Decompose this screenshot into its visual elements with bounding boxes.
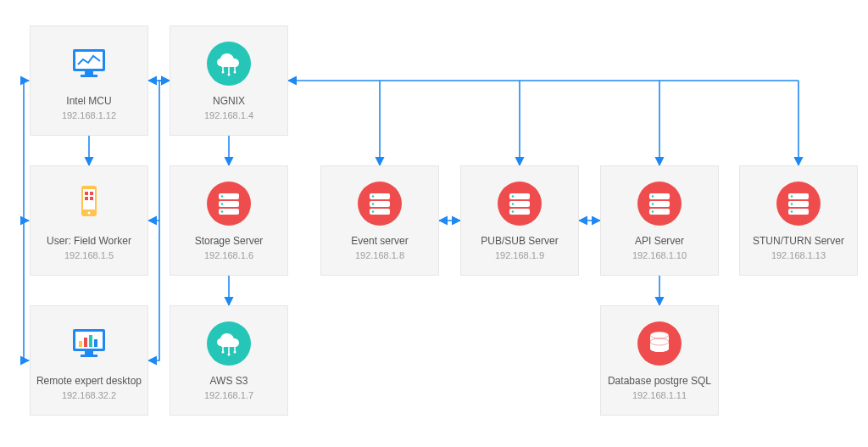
svg-point-59: [372, 196, 374, 198]
node-intel-mcu[interactable]: Intel MCU 192.168.1.12: [30, 25, 148, 136]
svg-point-82: [791, 211, 793, 213]
node-stun-server[interactable]: STUN/TURN Server 192.168.1.13: [739, 165, 858, 276]
node-title: Database postgre SQL: [603, 375, 716, 388]
node-nginx[interactable]: NGNIX 192.168.1.4: [170, 25, 288, 136]
database-icon: [637, 321, 682, 366]
node-field-worker[interactable]: User: Field Worker 192.168.1.5: [30, 165, 148, 276]
node-ip: 192.168.1.10: [632, 250, 687, 260]
svg-rect-18: [81, 75, 97, 77]
svg-point-24: [228, 74, 231, 76]
svg-rect-42: [79, 341, 82, 347]
server-icon: [357, 181, 403, 226]
server-icon: [776, 181, 821, 226]
svg-point-61: [372, 211, 374, 213]
cloud-icon: [206, 41, 252, 87]
svg-point-32: [88, 212, 91, 215]
svg-rect-45: [94, 339, 97, 347]
svg-rect-30: [85, 197, 88, 200]
svg-point-86: [650, 345, 669, 352]
node-title: API Server: [630, 235, 689, 249]
svg-rect-46: [85, 351, 93, 355]
svg-rect-47: [81, 355, 97, 357]
svg-rect-31: [90, 197, 93, 200]
node-aws-s3[interactable]: AWS S3 192.168.1.7: [170, 305, 288, 416]
svg-rect-44: [89, 335, 92, 347]
node-ip: 192.168.1.6: [204, 250, 253, 260]
svg-point-37: [221, 196, 223, 198]
svg-point-39: [221, 211, 223, 213]
node-title: Event server: [346, 235, 413, 249]
svg-point-80: [791, 196, 793, 198]
svg-point-75: [652, 211, 654, 213]
node-pubsub-server[interactable]: PUB/SUB Server 192.168.1.9: [460, 165, 579, 276]
node-event-server[interactable]: Event server 192.168.1.8: [320, 165, 439, 276]
node-ip: 192.168.1.13: [771, 250, 826, 260]
svg-point-23: [222, 71, 225, 74]
node-title: PUB/SUB Server: [476, 235, 563, 249]
node-title: User: Field Worker: [42, 235, 136, 249]
node-ip: 192.168.1.5: [64, 250, 114, 260]
node-ip: 192.168.1.4: [204, 110, 253, 120]
svg-point-38: [221, 204, 223, 205]
node-title: Storage Server: [190, 235, 269, 249]
node-title: AWS S3: [205, 375, 253, 388]
svg-point-73: [652, 196, 654, 198]
svg-point-54: [234, 351, 236, 354]
svg-point-68: [512, 211, 514, 213]
node-ip: 192.168.1.7: [204, 390, 253, 400]
node-database[interactable]: Database postgre SQL 192.168.1.11: [600, 305, 719, 416]
svg-rect-43: [84, 338, 87, 347]
svg-point-25: [234, 71, 236, 74]
node-remote-desktop[interactable]: Remote expert desktop 192.168.32.2: [30, 305, 148, 416]
node-ip: 192.168.32.2: [62, 390, 116, 400]
node-storage-server[interactable]: Storage Server 192.168.1.6: [170, 165, 288, 276]
svg-rect-28: [85, 192, 88, 195]
svg-point-66: [512, 196, 514, 198]
cloud-icon: [206, 321, 252, 366]
node-ip: 192.168.1.11: [632, 390, 687, 400]
svg-rect-17: [85, 71, 93, 75]
node-title: STUN/TURN Server: [748, 235, 849, 249]
svg-point-74: [652, 204, 654, 205]
phone-icon: [66, 181, 112, 226]
server-icon: [637, 181, 682, 226]
node-ip: 192.168.1.12: [62, 110, 116, 120]
monitor-chart-icon: [66, 41, 112, 87]
node-title: Remote expert desktop: [31, 375, 147, 388]
node-title: Intel MCU: [61, 95, 116, 109]
server-icon: [497, 181, 542, 226]
monitor-bars-icon: [66, 321, 112, 366]
server-icon: [206, 181, 252, 226]
svg-point-60: [372, 204, 374, 205]
svg-point-52: [222, 351, 225, 354]
svg-point-53: [228, 354, 231, 356]
svg-point-81: [791, 204, 793, 205]
svg-rect-29: [90, 192, 93, 195]
node-api-server[interactable]: API Server 192.168.1.10: [600, 165, 719, 276]
node-ip: 192.168.1.8: [355, 250, 404, 260]
svg-point-67: [512, 204, 514, 205]
node-ip: 192.168.1.9: [495, 250, 544, 260]
node-title: NGNIX: [208, 95, 250, 109]
